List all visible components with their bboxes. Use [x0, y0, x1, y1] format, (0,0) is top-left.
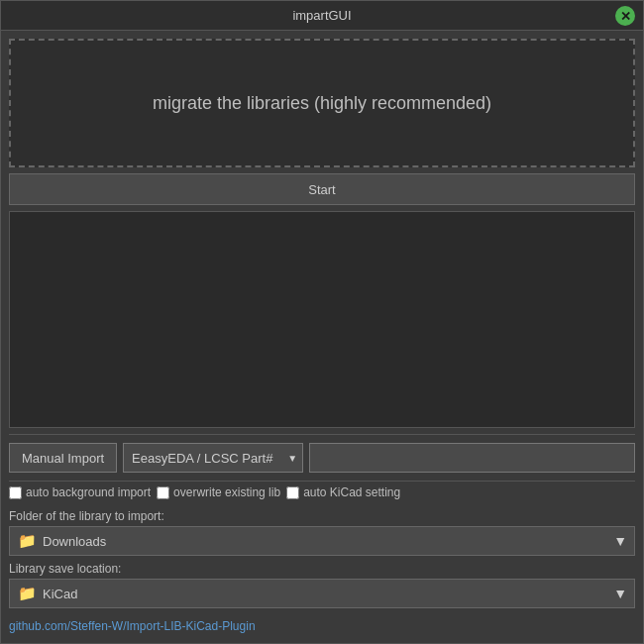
close-button[interactable]: ✕ [615, 6, 635, 26]
library-select-wrapper: 📁 KiCad ▼ [9, 579, 635, 608]
overwrite-existing-checkbox[interactable] [157, 486, 169, 499]
github-link[interactable]: github.com/Steffen-W/Import-LIB-KiCad-Pl… [9, 619, 256, 633]
main-window: impartGUI ✕ migrate the libraries (highl… [0, 0, 644, 644]
start-button[interactable]: Start [9, 173, 635, 205]
auto-background-checkbox[interactable] [9, 486, 22, 499]
toolbar-row: Manual Import EeasyEDA / LCSC Part# [9, 434, 635, 475]
footer: github.com/Steffen-W/Import-LIB-KiCad-Pl… [9, 614, 635, 635]
overwrite-existing-label[interactable]: overwrite existing lib [173, 485, 280, 499]
folder-value: Downloads [43, 534, 106, 549]
overwrite-group: overwrite existing lib [157, 485, 280, 499]
library-label: Library save location: [9, 562, 635, 576]
log-area [9, 211, 635, 428]
folder-select-wrapper: 📁 Downloads ▼ [9, 526, 635, 556]
migrate-box: migrate the libraries (highly recommende… [9, 39, 635, 167]
migrate-text: migrate the libraries (highly recommende… [143, 83, 501, 124]
library-value: KiCad [43, 587, 77, 601]
auto-kicad-checkbox[interactable] [286, 486, 299, 499]
folder-icon: 📁 [18, 532, 37, 550]
content-area: migrate the libraries (highly recommende… [1, 31, 643, 643]
part-input[interactable] [309, 443, 635, 473]
manual-import-button[interactable]: Manual Import [9, 443, 117, 473]
auto-kicad-label[interactable]: auto KiCad setting [303, 485, 400, 499]
source-select[interactable]: EeasyEDA / LCSC Part# [123, 443, 303, 473]
checkboxes-row: auto background import overwrite existin… [9, 481, 635, 503]
library-select-button[interactable]: 📁 KiCad [9, 579, 635, 608]
library-section: Library save location: 📁 KiCad ▼ [9, 562, 635, 608]
auto-background-label[interactable]: auto background import [26, 485, 151, 499]
folder-select-button[interactable]: 📁 Downloads [9, 526, 635, 556]
auto-kicad-group: auto KiCad setting [286, 485, 400, 499]
library-folder-icon: 📁 [18, 585, 37, 602]
window-title: impartGUI [292, 8, 351, 23]
folder-label: Folder of the library to import: [9, 509, 635, 523]
folder-section: Folder of the library to import: 📁 Downl… [9, 509, 635, 556]
source-selector[interactable]: EeasyEDA / LCSC Part# [123, 443, 303, 473]
title-bar: impartGUI ✕ [1, 1, 643, 31]
auto-background-group: auto background import [9, 485, 151, 499]
